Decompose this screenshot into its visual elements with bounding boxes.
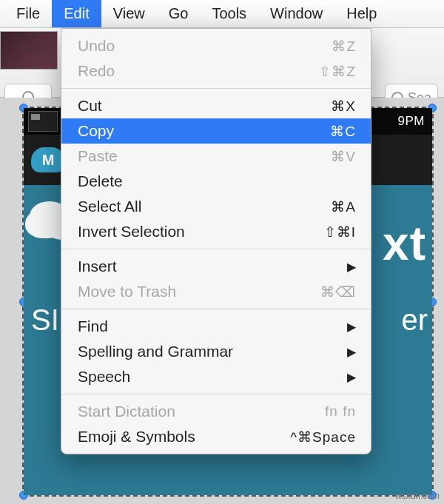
- menu-item-emoji-symbols[interactable]: Emoji & Symbols^⌘Space: [61, 424, 371, 449]
- menu-item-label: Paste: [78, 147, 331, 165]
- menu-view[interactable]: View: [101, 0, 157, 27]
- menu-item-shortcut: ⌘A: [331, 198, 356, 215]
- submenu-arrow-icon: ▶: [347, 370, 356, 384]
- submenu-arrow-icon: ▶: [347, 345, 356, 359]
- menu-item-label: Undo: [78, 37, 332, 55]
- menu-item-label: Move to Trash: [78, 283, 320, 300]
- menu-item-label: Emoji & Symbols: [78, 428, 290, 446]
- menu-item-shortcut: ⌘V: [331, 148, 356, 165]
- menu-item-start-dictation: Start Dictationfn fn: [61, 399, 371, 424]
- submenu-arrow-icon: ▶: [347, 320, 356, 334]
- menu-separator: [61, 88, 371, 89]
- menu-item-label: Delete: [78, 172, 356, 190]
- menu-item-label: Spelling and Grammar: [78, 343, 347, 360]
- menu-separator: [61, 249, 371, 249]
- menu-item-select-all[interactable]: Select All⌘A: [61, 194, 371, 219]
- menu-item-label: Speech: [78, 368, 347, 386]
- menu-edit[interactable]: Edit: [52, 0, 101, 27]
- menu-item-label: Cut: [78, 97, 331, 115]
- menu-item-move-to-trash: Move to Trash⌘⌫: [61, 279, 371, 304]
- menu-tools[interactable]: Tools: [200, 0, 258, 27]
- menu-item-invert-selection[interactable]: Invert Selection⇧⌘I: [61, 219, 371, 244]
- menu-item-label: Select All: [78, 198, 331, 215]
- menu-item-shortcut: ^⌘Space: [290, 429, 356, 446]
- image-icon: [28, 111, 58, 132]
- status-time: 9PM: [398, 114, 425, 129]
- menu-item-label: Find: [78, 317, 347, 335]
- menu-item-speech[interactable]: Speech▶: [61, 364, 371, 389]
- menu-item-insert[interactable]: Insert▶: [61, 254, 371, 279]
- menu-file[interactable]: File: [4, 0, 52, 27]
- menu-item-label: Invert Selection: [78, 223, 324, 241]
- menu-item-shortcut: ⌘X: [331, 98, 356, 115]
- menu-item-paste: Paste⌘V: [61, 144, 371, 169]
- menu-item-delete[interactable]: Delete: [61, 169, 371, 194]
- menu-item-label: Redo: [78, 62, 319, 80]
- menu-item-shortcut: ⌘C: [330, 123, 356, 140]
- subtitle-left: SI: [31, 303, 59, 337]
- menu-item-shortcut: ⇧⌘I: [324, 224, 356, 241]
- menu-separator: [61, 309, 371, 309]
- menu-item-label: Start Dictation: [78, 403, 325, 420]
- app-logo-text: M: [42, 152, 55, 169]
- subtitle-right: er: [401, 303, 428, 337]
- menu-item-shortcut: ⌘⌫: [320, 283, 356, 300]
- title-fragment: xt: [383, 216, 426, 271]
- menu-item-find[interactable]: Find▶: [61, 314, 371, 339]
- menu-item-label: Copy: [78, 122, 330, 140]
- menu-window[interactable]: Window: [258, 0, 334, 27]
- edit-menu-dropdown: Undo⌘ZRedo⇧⌘ZCut⌘XCopy⌘CPaste⌘VDeleteSel…: [61, 28, 371, 454]
- watermark: wsxdn.com: [395, 491, 440, 501]
- menu-go[interactable]: Go: [157, 0, 201, 27]
- menu-help[interactable]: Help: [334, 0, 388, 27]
- menu-item-undo: Undo⌘Z: [61, 33, 371, 58]
- menubar: File Edit View Go Tools Window Help: [0, 0, 444, 28]
- menu-item-redo: Redo⇧⌘Z: [61, 58, 371, 84]
- sidebar-thumbnail[interactable]: [0, 31, 58, 70]
- menu-item-cut[interactable]: Cut⌘X: [61, 93, 371, 118]
- menu-item-spelling-and-grammar[interactable]: Spelling and Grammar▶: [61, 339, 371, 364]
- submenu-arrow-icon: ▶: [347, 260, 356, 274]
- menu-item-shortcut: ⌘Z: [332, 38, 356, 55]
- menu-item-label: Insert: [78, 258, 347, 275]
- menu-item-shortcut: ⇧⌘Z: [319, 63, 356, 80]
- menu-item-copy[interactable]: Copy⌘C: [61, 118, 371, 144]
- menu-separator: [61, 394, 371, 394]
- menu-item-shortcut: fn fn: [325, 403, 356, 420]
